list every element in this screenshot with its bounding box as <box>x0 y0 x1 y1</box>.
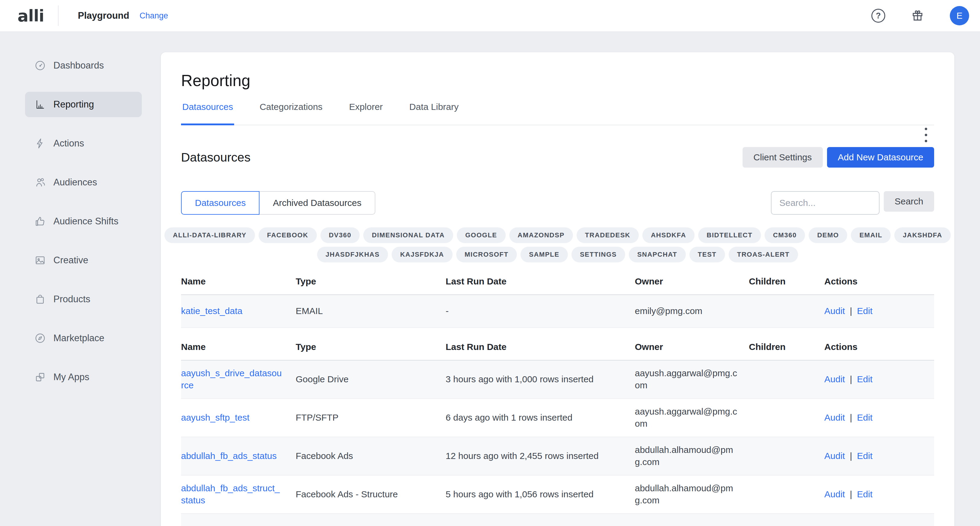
toggle-datasources[interactable]: Datasources <box>181 191 259 215</box>
datasource-tables: NameTypeLast Run DateOwnerChildrenAction… <box>181 276 934 526</box>
table-row: abdullah_fb_ads_statusFacebook Ads12 hou… <box>181 437 934 476</box>
filter-chip-jakshdfa[interactable]: JAKSHDFA <box>894 227 951 243</box>
last-run-date: 5 hours ago with 1,056 rows inserted <box>445 481 635 507</box>
sidebar-item-actions[interactable]: Actions <box>25 131 142 156</box>
change-workspace-link[interactable]: Change <box>139 11 168 21</box>
last-run-date: - <box>445 295 635 327</box>
tab-explorer[interactable]: Explorer <box>348 102 384 125</box>
sidebar-item-creative[interactable]: Creative <box>25 248 142 273</box>
workspace-name: Playground <box>78 10 129 21</box>
filter-chip-email[interactable]: EMAIL <box>851 227 891 243</box>
header-actions: ? E <box>871 6 969 26</box>
row-actions: Audit|Edit <box>824 405 934 430</box>
filter-chip-test[interactable]: TEST <box>689 247 725 262</box>
filter-chip-amazondsp[interactable]: AMAZONDSP <box>509 227 573 243</box>
row-action-audit[interactable]: Audit <box>824 306 845 316</box>
column-header-owner: Owner <box>635 276 749 287</box>
filter-chip-kajsfdkja[interactable]: KAJSFDKJA <box>391 247 453 262</box>
filter-chip-settings[interactable]: SETTINGS <box>571 247 625 262</box>
tab-datasources[interactable]: Datasources <box>181 102 234 125</box>
table-row: katie_test_dataEMAIL-emily@pmg.comAudit|… <box>181 295 934 328</box>
column-header-name: Name <box>181 342 296 352</box>
row-action-edit[interactable]: Edit <box>857 374 873 384</box>
row-actions: Audit|Edit <box>824 367 934 392</box>
gift-icon[interactable] <box>911 9 924 23</box>
help-icon[interactable]: ? <box>871 9 885 23</box>
datasource-type: Facebook Ads <box>296 443 445 469</box>
tab-data-library[interactable]: Data Library <box>408 102 460 125</box>
datasource-name-link[interactable]: aayush_s_drive_datasource <box>181 367 282 392</box>
sidebar-item-marketplace[interactable]: Marketplace <box>25 325 142 351</box>
row-action-edit[interactable]: Edit <box>857 413 873 422</box>
reporting-tabs: DatasourcesCategorizationsExplorerData L… <box>181 102 934 125</box>
filter-chip-ahsdkfa[interactable]: AHSDKFA <box>643 227 695 243</box>
column-header-actions: Actions <box>824 342 934 352</box>
filter-chip-bidtellect[interactable]: BIDTELLECT <box>698 227 761 243</box>
filter-chip-dv360[interactable]: DV360 <box>320 227 360 243</box>
filter-chip-google[interactable]: GOOGLE <box>457 227 506 243</box>
children-cell <box>749 301 824 321</box>
sidebar-item-label: Actions <box>53 138 84 149</box>
thumbs-up-icon <box>34 215 46 227</box>
table-row: abdullah_fb_ads_struct_statusFacebook Ad… <box>181 476 934 514</box>
datasource-name-link[interactable]: katie_test_data <box>181 305 242 317</box>
last-run-date: 3 hours ago with 1,000 rows inserted <box>445 367 635 392</box>
filter-chip-tradedesk[interactable]: TRADEDESK <box>577 227 639 243</box>
filter-chip-demo[interactable]: DEMO <box>809 227 847 243</box>
row-action-audit[interactable]: Audit <box>824 374 845 384</box>
user-avatar[interactable]: E <box>950 6 969 26</box>
filter-chip-facebook[interactable]: FACEBOOK <box>259 227 317 243</box>
sidebar-item-my-apps[interactable]: My Apps <box>25 365 142 390</box>
search-input[interactable] <box>771 191 880 215</box>
filter-chips: ALLI-DATA-LIBRARYFACEBOOKDV360DIMENSIONA… <box>181 227 934 262</box>
last-run-date: 12 hours ago with 2,455 rows inserted <box>445 443 635 469</box>
sidebar-item-label: Audiences <box>53 177 97 188</box>
row-action-audit[interactable]: Audit <box>824 413 845 422</box>
datasource-name-link[interactable]: abdullah_fb_ads_status <box>181 450 277 462</box>
add-new-datasource-button[interactable]: Add New Datasource <box>827 147 934 167</box>
compass-icon <box>34 332 46 344</box>
sidebar-item-dashboards[interactable]: Dashboards <box>25 53 142 78</box>
sidebar-item-audiences[interactable]: Audiences <box>25 170 142 195</box>
owner-email: emily@pmg.com <box>635 305 702 317</box>
search-button[interactable]: Search <box>884 191 934 212</box>
sidebar-item-products[interactable]: Products <box>25 287 142 312</box>
filter-chip-snapchat[interactable]: SNAPCHAT <box>629 247 686 262</box>
sidebar-item-reporting[interactable]: Reporting <box>25 92 142 117</box>
row-action-edit[interactable]: Edit <box>857 489 873 499</box>
filter-chip-sample[interactable]: SAMPLE <box>520 247 568 262</box>
filter-chip-jhasdfjkhas[interactable]: JHASDFJKHAS <box>317 247 388 262</box>
alli-logo: alli <box>18 6 44 26</box>
filter-chip-microsoft[interactable]: MICROSOFT <box>456 247 517 262</box>
filter-chip-dimensional-data[interactable]: DIMENSIONAL DATA <box>363 227 453 243</box>
datasource-name-link[interactable]: aayush_sftp_test <box>181 411 250 424</box>
list-controls: DatasourcesArchived Datasources Search <box>181 191 934 215</box>
row-action-edit[interactable]: Edit <box>857 451 873 461</box>
client-settings-button[interactable]: Client Settings <box>743 147 822 167</box>
row-action-audit[interactable]: Audit <box>824 489 845 499</box>
filter-chip-alli-data-library[interactable]: ALLI-DATA-LIBRARY <box>164 227 255 243</box>
owner-email: abdullah.alhamoud@pmg.com <box>635 444 737 468</box>
page-title: Reporting <box>181 72 934 90</box>
datasource-name-link[interactable]: abdullah_fb_ads_struct_status <box>181 482 282 507</box>
filter-chip-cm360[interactable]: CM360 <box>765 227 805 243</box>
owner-email: abdullah.alhamoud@pmg.com <box>635 482 737 507</box>
row-action-edit[interactable]: Edit <box>857 306 873 316</box>
reporting-card: Reporting DatasourcesCategorizationsExpl… <box>161 52 955 526</box>
actions-separator: | <box>850 306 852 316</box>
filter-chip-troas-alert[interactable]: TROAS-ALERT <box>729 247 798 262</box>
column-header-children: Children <box>749 276 824 287</box>
datasource-type: Facebook Ads - Structure <box>296 481 445 507</box>
datasource-type: EMAIL <box>296 295 445 327</box>
table-row-partial <box>181 514 934 526</box>
column-header-owner: Owner <box>635 342 749 352</box>
owner-email: aayush.aggarwal@pmg.com <box>635 405 737 430</box>
sidebar-nav: DashboardsReportingActionsAudiencesAudie… <box>0 32 161 403</box>
sidebar-item-audience-shifts[interactable]: Audience Shifts <box>25 209 142 234</box>
section-actions: Client Settings Add New Datasource <box>743 147 934 167</box>
tab-categorizations[interactable]: Categorizations <box>258 102 323 125</box>
toggle-archived-datasources[interactable]: Archived Datasources <box>259 191 375 215</box>
row-action-audit[interactable]: Audit <box>824 451 845 461</box>
column-header-children: Children <box>749 342 824 352</box>
kebab-menu-icon[interactable] <box>923 126 929 144</box>
